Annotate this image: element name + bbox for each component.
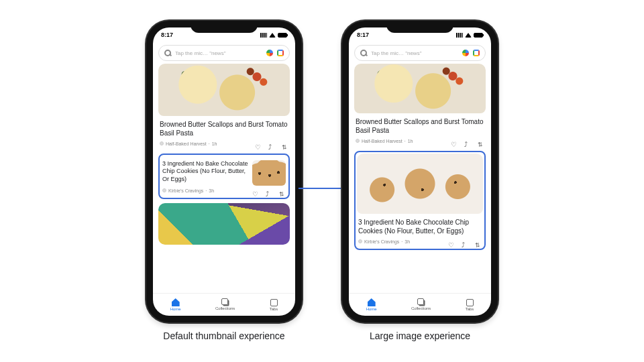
signal-icon xyxy=(260,33,267,38)
search-placeholder: Tap the mic… "news" xyxy=(371,50,458,56)
home-icon xyxy=(172,298,180,306)
feed-card-cookies-large[interactable]: 3 Ingredient No Bake Chocolate Chip Cook… xyxy=(357,154,483,247)
status-time: 8:17 xyxy=(357,32,369,38)
card-menu-icon[interactable] xyxy=(475,238,482,245)
like-icon[interactable] xyxy=(255,140,262,147)
battery-icon xyxy=(278,33,287,38)
feed-card-pasta[interactable]: Browned Butter Scallops and Burst Tomato… xyxy=(354,64,486,147)
source-avatar-icon xyxy=(356,139,360,143)
bottom-nav: Home Collections Tabs xyxy=(153,293,295,316)
lens-icon[interactable] xyxy=(277,50,284,56)
card-source: Half-Baked Harvest · 1h xyxy=(160,141,217,146)
tabs-icon xyxy=(466,299,474,306)
lens-icon[interactable] xyxy=(473,50,480,56)
like-icon[interactable] xyxy=(252,187,259,194)
card-source: Half-Baked Harvest · 1h xyxy=(356,139,413,143)
mic-icon[interactable] xyxy=(266,50,273,56)
phone-frame: 8:17 Tap the mic… "news" Browned Butter … xyxy=(342,21,498,322)
bottom-nav: Home Collections Tabs xyxy=(349,293,491,316)
card-source: Kirbie's Cravings · 3h xyxy=(358,239,410,244)
source-avatar-icon xyxy=(358,239,362,243)
phone-default-thumbnail: 8:17 Tap the mic… "news" Browned Butter … xyxy=(146,21,302,341)
phone-screen: 8:17 Tap the mic… "news" Browned Butter … xyxy=(153,27,295,316)
arrow-icon xyxy=(299,188,345,189)
card-thumb-cookies xyxy=(252,160,286,186)
collections-icon xyxy=(221,298,228,305)
card-image-pasta xyxy=(354,64,486,113)
highlighted-card: 3 Ingredient No Bake Chocolate Chip Cook… xyxy=(354,151,486,250)
phone-large-image: 8:17 Tap the mic… "news" Browned Butter … xyxy=(342,21,498,341)
card-title: Browned Butter Scallops and Burst Tomato… xyxy=(356,117,484,135)
share-icon[interactable] xyxy=(464,137,471,144)
nav-home[interactable]: Home xyxy=(170,298,181,311)
card-image-pasta xyxy=(158,64,290,116)
source-avatar-icon xyxy=(160,141,164,145)
card-menu-icon[interactable] xyxy=(478,137,484,144)
search-placeholder: Tap the mic… "news" xyxy=(175,50,262,56)
highlighted-card: 3 Ingredient No Bake Chocolate Chip Cook… xyxy=(158,154,290,199)
nav-tabs[interactable]: Tabs xyxy=(466,299,474,311)
share-icon[interactable] xyxy=(268,140,275,147)
feed-card-next[interactable] xyxy=(158,203,290,245)
tabs-icon xyxy=(270,299,278,306)
card-meta: Kirbie's Cravings · 3h xyxy=(161,187,287,196)
card-title: Browned Butter Scallops and Burst Tomato… xyxy=(160,120,288,137)
feed: Browned Butter Scallops and Burst Tomato… xyxy=(153,64,295,293)
collections-icon xyxy=(417,298,424,305)
home-icon xyxy=(368,298,376,306)
source-avatar-icon xyxy=(162,188,166,192)
mic-icon[interactable] xyxy=(462,50,469,56)
card-menu-icon[interactable] xyxy=(279,187,286,194)
battery-icon xyxy=(474,33,483,38)
phone-frame: 8:17 Tap the mic… "news" Browned Butter … xyxy=(146,21,302,322)
status-time: 8:17 xyxy=(161,32,173,38)
share-icon[interactable] xyxy=(266,187,272,194)
feed-card-cookies-compact[interactable]: 3 Ingredient No Bake Chocolate Chip Cook… xyxy=(161,156,287,196)
phone-notch xyxy=(386,21,453,33)
wifi-icon xyxy=(269,33,276,38)
feed: Browned Butter Scallops and Burst Tomato… xyxy=(349,64,491,293)
search-icon xyxy=(164,50,171,56)
card-meta: Kirbie's Cravings · 3h xyxy=(357,238,483,247)
feed-card-pasta[interactable]: Browned Butter Scallops and Burst Tomato… xyxy=(158,64,290,149)
search-bar[interactable]: Tap the mic… "news" xyxy=(354,45,486,61)
search-icon xyxy=(360,50,367,56)
like-icon[interactable] xyxy=(448,238,455,245)
card-source: Kirbie's Cravings · 3h xyxy=(162,188,214,193)
share-icon[interactable] xyxy=(462,238,468,245)
card-meta: Half-Baked Harvest · 1h xyxy=(354,137,486,147)
search-bar[interactable]: Tap the mic… "news" xyxy=(158,45,290,61)
card-title: 3 Ingredient No Bake Chocolate Chip Cook… xyxy=(358,218,482,235)
phone-screen: 8:17 Tap the mic… "news" Browned Butter … xyxy=(349,27,491,316)
card-meta: Half-Baked Harvest · 1h xyxy=(158,140,290,149)
nav-collections[interactable]: Collections xyxy=(411,299,431,310)
like-icon[interactable] xyxy=(451,137,458,144)
card-image-cookies xyxy=(357,154,483,214)
nav-home[interactable]: Home xyxy=(366,298,377,311)
wifi-icon xyxy=(465,33,472,38)
card-image-next xyxy=(158,203,290,245)
card-menu-icon[interactable] xyxy=(282,140,288,147)
caption-right: Large image experience xyxy=(370,330,470,341)
nav-tabs[interactable]: Tabs xyxy=(270,299,278,311)
signal-icon xyxy=(456,33,463,38)
card-title: 3 Ingredient No Bake Chocolate Chip Cook… xyxy=(162,160,248,183)
caption-left: Default thumbnail experience xyxy=(163,330,284,341)
nav-collections[interactable]: Collections xyxy=(215,299,235,310)
phone-notch xyxy=(191,21,258,33)
